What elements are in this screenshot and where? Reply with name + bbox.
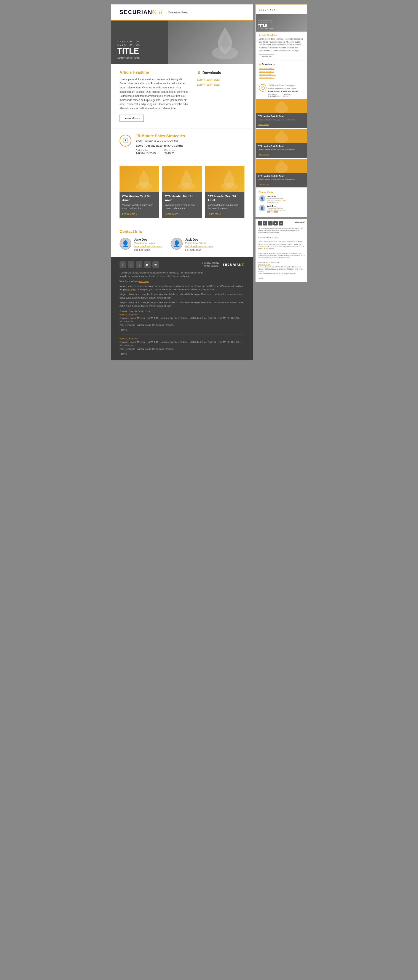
cta-header-1: CTA Header Text Sit Amet: [122, 194, 156, 202]
cta-card-body-3: CTA Header Text Sit Amet Vivamus loborti…: [205, 192, 245, 218]
sidebar-header-strip: SECURIAN®: [256, 5, 307, 14]
sidebar-cta-image-1: [256, 99, 307, 113]
cta-card-1: CTA Header Text Sit Amet Vivamus loborti…: [119, 166, 159, 218]
cta-header-3: CTA Header Text Sit Amet: [208, 194, 242, 202]
footer-website-2[interactable]: www.securian.com: [119, 337, 137, 340]
article-right: ⬇ Downloads Lorem ipsum dolor Lorem ipsu…: [197, 70, 245, 122]
sidebar-avatar-2: 👤: [259, 205, 265, 212]
download-link-2[interactable]: Lorem ipsum dolor: [197, 83, 245, 86]
contact-details-2: Jack Doe Professional Position jack.doe@…: [185, 238, 213, 251]
cta-section: CTA Header Text Sit Amet Vivamus loborti…: [111, 161, 253, 224]
sidebar-hero-title: TITLE: [258, 24, 275, 28]
sidebar-cta-image-2: [256, 129, 307, 143]
sales-every: Every Tuesday at 10:30 a.m. Central: [136, 144, 245, 147]
footer-code-1: F86686: [119, 328, 245, 332]
cta-card-body-1: CTA Header Text Sit Amet Vivamus loborti…: [119, 192, 159, 218]
page-wrapper: SECURIAN® // Business Area DESCRIPTION D…: [111, 4, 307, 360]
cta-card-body-2: CTA Header Text Sit Amet Vivamus loborti…: [162, 192, 202, 218]
sidebar-contact-name-2: Jack Doe: [267, 205, 286, 207]
twitter-icon[interactable]: t: [136, 261, 142, 268]
sidebar-cta-header-2: CTA Header Text Sit Amet: [258, 145, 305, 148]
sidebar-email-icon[interactable]: ✉: [278, 221, 283, 226]
sidebar-sales-details: Call number: 1-800-910-2399 Passcode: 22…: [268, 93, 297, 97]
sidebar-cta-flame-3: [256, 159, 307, 173]
sidebar-contact-email-1[interactable]: jane.doe@securian.com: [267, 199, 286, 201]
hero-text: DESCRIPTION DESCRIPTION TITLE Month Date…: [118, 40, 141, 59]
contact-phone-2: 651-665-5555: [185, 248, 213, 251]
download-link-1[interactable]: Lorem ipsum dolor: [197, 78, 245, 81]
sidebar-download-link-3[interactable]: Download Three —: [259, 73, 304, 76]
linkedin-icon[interactable]: in: [128, 261, 134, 268]
contact-details-1: Jane Doe Professional Position jane.doe@…: [134, 238, 162, 251]
footer-website-1[interactable]: www.securian.com: [119, 313, 137, 316]
learn-more-button[interactable]: Learn More: [119, 115, 144, 122]
sidebar-cta-learn-1[interactable]: Learn More ›: [258, 124, 269, 126]
sidebar-sales-content: 15-Minute Sales Strategies Every Tuesday…: [268, 84, 297, 97]
sidebar-clock-icon: 🕙: [259, 84, 267, 92]
footer-para1: Integer pulvinar uma ornare, iaculis ips…: [119, 293, 245, 300]
sidebar-contact-title: Contact Info: [259, 191, 304, 194]
clock-icon: 🕙: [119, 135, 131, 146]
cta-body-1: Vivamus lobortis mauris eget risus condi…: [122, 204, 156, 210]
sidebar-website-link[interactable]: www.securian.com: [258, 264, 270, 265]
cta-body-2: Vivamus lobortis mauris eget risus condi…: [165, 204, 199, 210]
footer-company: Securian Financial Services, Inc.: [119, 310, 245, 313]
sidebar-contact-item-2: 👤 Jack Doe Professional Position jack.do…: [259, 205, 304, 213]
contact-title: Contact Info: [119, 229, 245, 234]
sidebar-passcode-group: Passcode: 224032: [283, 93, 291, 97]
sales-details: Call number: 1-800-910-2399 Passcode: 22…: [136, 149, 245, 155]
sales-headline: 15-Minute Sales Strategies: [136, 134, 245, 138]
facebook-icon[interactable]: f: [119, 261, 126, 268]
sidebar-contact-pos-2: Professional Position: [267, 207, 286, 209]
sidebar-contact-info-2: Jack Doe Professional Position jack.doe@…: [267, 205, 286, 213]
sidebar-download-link-2[interactable]: Download Two —: [259, 70, 304, 73]
sidebar: SECURIAN® DESCRIPTION DESCRIPTION TITLE …: [256, 4, 307, 360]
cta-learn-more-1[interactable]: Learn More: [122, 213, 137, 216]
sidebar-contact-pos-1: Professional Position: [267, 197, 286, 199]
hero-title: TITLE: [118, 47, 141, 55]
email-icon[interactable]: ✉: [153, 261, 159, 268]
cta-card-image-3: [205, 166, 245, 192]
footer-code-2: F86686: [119, 352, 245, 356]
view-web-page-link[interactable]: web page: [139, 280, 148, 283]
footer-para2: Integer pulvinar uma ornare, iaculis ips…: [119, 301, 245, 308]
cta-body-3: Vivamus lobortis mauris eget risus condi…: [208, 204, 242, 210]
sidebar-facebook-icon[interactable]: f: [258, 221, 262, 226]
sidebar-profile-center-link[interactable]: profile center: [258, 246, 267, 247]
sidebar-learn-more-button[interactable]: Learn More: [259, 54, 274, 58]
sidebar-downloads-title: ⬇ Downloads: [259, 63, 304, 66]
sidebar-youtube-icon[interactable]: ▶: [273, 221, 278, 226]
article-headline: Article Headline: [119, 70, 191, 75]
cta-card-2: CTA Header Text Sit Amet Vivamus loborti…: [162, 166, 202, 218]
sidebar-contact-email-2[interactable]: jack.doe@securian.com: [267, 209, 286, 211]
sidebar-cta-body-3: CTA Header Text Sit Amet Vivamus loborti…: [256, 173, 307, 188]
contact-section: Contact Info 👤 Jane Doe Professional Pos…: [111, 224, 253, 257]
contact-name-2: Jack Doe: [185, 238, 213, 241]
cta-flame-icon-1: [131, 167, 157, 191]
passcode-group: Passcode: 224032: [164, 149, 175, 155]
sidebar-linkedin-icon[interactable]: in: [263, 221, 267, 226]
sidebar-hero-text: DESCRIPTION DESCRIPTION TITLE Month Date…: [258, 20, 275, 30]
youtube-icon[interactable]: ▶: [144, 261, 151, 268]
sidebar-main-card: SECURIAN® DESCRIPTION DESCRIPTION TITLE …: [256, 4, 307, 217]
hero-flame-icon: [203, 23, 246, 62]
cta-learn-more-3[interactable]: Learn More: [208, 213, 223, 216]
sidebar-twitter-icon[interactable]: t: [268, 221, 273, 226]
profile-center-link[interactable]: profile center: [123, 288, 136, 291]
cta-learn-more-2[interactable]: Learn More: [165, 213, 180, 216]
sidebar-download-link-4[interactable]: Download Four —: [259, 76, 304, 79]
sidebar-cta-text-2: Vivamus lobortis mauris eget risus condi…: [258, 148, 305, 151]
sidebar-contact-name-1: Jane Doe: [267, 195, 286, 197]
contact-email-1[interactable]: jane.doe@securian.com: [134, 245, 162, 248]
sidebar-downloads: ⬇ Downloads Download One — Download Two …: [256, 60, 307, 82]
sidebar-view-web-link[interactable]: web page: [272, 237, 278, 238]
footer-brand: Financial securityfor the long run. SECU…: [202, 262, 245, 268]
sidebar-cta-flame-2: [256, 129, 307, 143]
sidebar-cta-learn-3[interactable]: Learn More ›: [258, 183, 269, 185]
sidebar-cta-card-3: CTA Header Text Sit Amet Vivamus loborti…: [256, 159, 307, 188]
sidebar-download-link-1[interactable]: Download One —: [259, 67, 304, 70]
contact-email-2[interactable]: jack.doe@securian.com: [185, 245, 213, 248]
sidebar-cta-text-1: Vivamus lobortis mauris eget risus condi…: [258, 119, 305, 121]
sidebar-article-headline: Article Headline: [259, 34, 304, 36]
sidebar-cta-learn-2[interactable]: Learn More ›: [258, 153, 269, 156]
